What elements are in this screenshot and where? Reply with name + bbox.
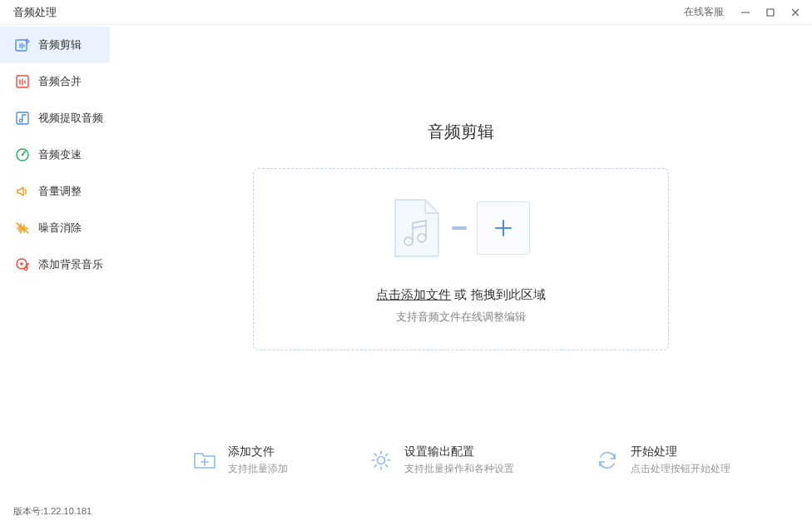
steps-row: 添加文件 支持批量添加 设置输出配置 支持批量操作和各种设置 开始处理: [110, 444, 812, 476]
maximize-button[interactable]: [760, 2, 780, 22]
close-button[interactable]: [785, 2, 805, 22]
step-start-process[interactable]: 开始处理 点击处理按钮开始处理: [594, 444, 730, 476]
step-desc: 点击处理按钮开始处理: [631, 462, 730, 476]
gear-icon: [368, 447, 394, 474]
titlebar-controls: 在线客服: [684, 2, 805, 22]
sidebar-item-label: 视频提取音频: [38, 111, 103, 126]
svg-point-14: [20, 262, 23, 265]
step-output-config[interactable]: 设置输出配置 支持批量操作和各种设置: [368, 444, 514, 476]
volume-icon: [15, 184, 30, 199]
plus-icon: [493, 217, 514, 239]
sidebar-item-label: 添加背景音乐: [38, 257, 103, 272]
sidebar-item-label: 音量调整: [38, 184, 82, 199]
speed-icon: [15, 147, 30, 162]
click-add-text: 点击添加文件: [376, 287, 451, 301]
sidebar-item-label: 音频合并: [38, 74, 82, 89]
titlebar: 音频处理 在线客服: [0, 0, 812, 25]
main-content: 音频剪辑: [110, 25, 812, 501]
sidebar-item-audio-cut[interactable]: 音频剪辑: [0, 27, 110, 63]
cut-icon: [15, 37, 30, 52]
or-text: 或: [451, 287, 470, 301]
sidebar-item-label: 噪音消除: [38, 221, 82, 236]
svg-point-11: [22, 154, 24, 156]
dropzone-main-text: 点击添加文件 或 拖拽到此区域: [270, 287, 651, 303]
sidebar-item-label: 音频变速: [38, 147, 82, 162]
folder-plus-icon: [191, 447, 218, 474]
minimize-icon: [740, 7, 750, 17]
sidebar-item-audio-merge[interactable]: 音频合并: [0, 63, 110, 100]
page-title: 音频剪辑: [143, 121, 779, 143]
svg-rect-1: [767, 9, 774, 16]
app-title: 音频处理: [13, 5, 57, 20]
step-title: 设置输出配置: [404, 444, 514, 459]
add-file-box: [477, 201, 530, 255]
svg-point-23: [378, 457, 385, 464]
extract-icon: [15, 111, 30, 126]
minimize-button[interactable]: [735, 2, 755, 22]
sidebar-item-bgm[interactable]: 添加背景音乐: [0, 246, 110, 283]
sidebar-item-extract-audio[interactable]: 视频提取音频: [0, 100, 110, 136]
step-add-file[interactable]: 添加文件 支持批量添加: [191, 444, 288, 476]
dropzone-illustration: [270, 198, 651, 258]
footer: 版本号:1.22.10.181: [0, 501, 92, 521]
dropzone-subtext: 支持音频文件在线调整编辑: [270, 310, 651, 325]
music-file-icon: [392, 198, 442, 258]
sidebar-item-volume[interactable]: 音量调整: [0, 173, 110, 210]
sidebar-item-label: 音频剪辑: [38, 37, 82, 52]
version-number: 1.22.10.181: [43, 506, 92, 516]
dash-icon: [452, 226, 467, 230]
file-dropzone[interactable]: 点击添加文件 或 拖拽到此区域 支持音频文件在线调整编辑: [253, 168, 669, 350]
maximize-icon: [765, 7, 775, 17]
refresh-icon: [594, 447, 621, 474]
sidebar-item-speed[interactable]: 音频变速: [0, 136, 110, 173]
drag-text: 拖拽到此区域: [471, 287, 546, 301]
version-label: 版本号:: [13, 505, 43, 518]
step-title: 开始处理: [631, 444, 730, 459]
denoise-icon: [15, 221, 30, 236]
step-desc: 支持批量添加: [228, 462, 288, 476]
svg-rect-4: [16, 40, 27, 51]
online-service-link[interactable]: 在线客服: [684, 5, 724, 19]
sidebar-item-denoise[interactable]: 噪音消除: [0, 210, 110, 246]
step-title: 添加文件: [228, 444, 288, 459]
svg-line-12: [17, 223, 28, 233]
bgm-icon: [15, 257, 30, 272]
step-desc: 支持批量操作和各种设置: [404, 462, 514, 476]
sidebar: 音频剪辑 音频合并 视频提取音频 音频变速 音量调整: [0, 25, 110, 501]
merge-icon: [15, 74, 30, 89]
close-icon: [790, 7, 800, 17]
